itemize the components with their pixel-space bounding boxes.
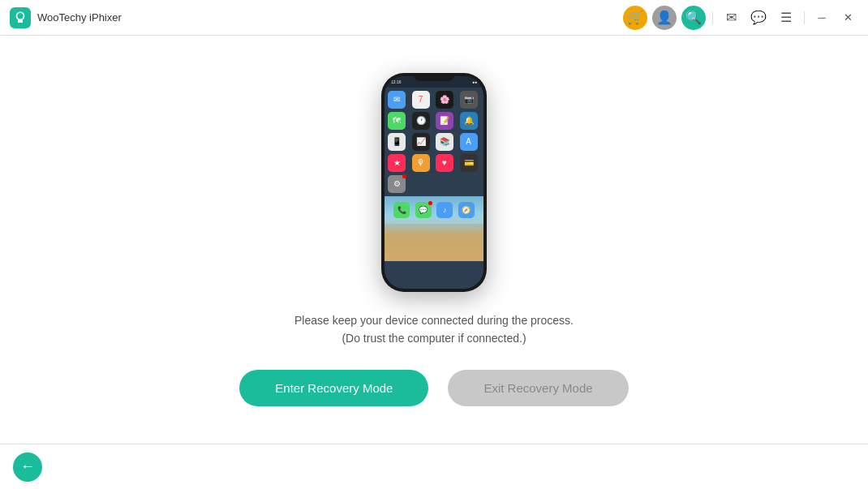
menu-icon[interactable]: ☰ [775,6,797,29]
dock-safari: 🧭 [458,202,475,218]
phone-dock: 📞 💬 ♪ 🧭 [385,196,483,224]
app-icon-books: 📚 [436,133,453,151]
dock-messages: 💬 [415,202,432,218]
phone-time: 12:16 [391,79,402,84]
title-bar-left: WooTechy iPhixer [10,7,623,28]
mail-icon[interactable]: ✉ [720,6,742,29]
instruction-text: Please keep your device connected during… [294,311,574,348]
app-icon-podcasts: 🎙 [412,154,430,172]
app-icon-clock: 🕐 [412,112,430,130]
phone-apps-grid: ✉ 7 🌸 📷 🗺 🕐 📝 🔔 📱 📈 📚 A ★ 🎙 ♥ 💳 [385,88,483,196]
app-icon-wallet: 💳 [460,154,478,172]
app-icon-phone: 📱 [388,133,406,151]
app-icon-appstore: A [460,133,478,151]
title-bar-right: 🛒 👤 🔍 ✉ 💬 ☰ ─ ✕ [623,6,858,30]
separator2 [804,11,805,24]
separator [712,11,713,24]
phone-mockup: 12:16 ●● ✉ 7 🌸 📷 🗺 🕐 📝 🔔 📱 📈 [381,73,487,292]
enter-recovery-mode-button[interactable]: Enter Recovery Mode [239,370,428,406]
instruction-line1: Please keep your device connected during… [294,311,574,329]
app-icon-notes: 📝 [436,112,453,130]
instruction-line2: (Do trust the computer if connected.) [294,329,574,347]
app-icon-reminders: 🔔 [460,112,478,130]
app-logo [10,7,31,28]
app-icon-stocks: 📈 [412,133,430,151]
upgrade-icon-button[interactable]: 🔍 [681,6,706,30]
logo-icon [13,11,28,25]
dock-music: ♪ [436,202,453,218]
back-button[interactable]: ← [13,453,42,482]
chat-icon[interactable]: 💬 [747,6,770,29]
app-icon-messages: ✉ [388,91,406,109]
minimize-button[interactable]: ─ [811,7,832,28]
app-icon-health: ♥ [436,154,453,172]
app-icon-camera: 📷 [460,91,478,109]
app-title: WooTechy iPhixer [37,11,122,24]
dock-phone: 📞 [393,202,410,218]
exit-recovery-mode-button[interactable]: Exit Recovery Mode [448,370,628,406]
phone-screen: 12:16 ●● ✉ 7 🌸 📷 🗺 🕐 📝 🔔 📱 📈 [385,76,483,289]
footer: ← [0,444,868,489]
phone-signal: ●● [472,79,477,84]
app-icon-photos: 🌸 [436,91,453,109]
button-row: Enter Recovery Mode Exit Recovery Mode [239,370,628,406]
app-icon-maps: 🗺 [388,112,406,130]
title-bar: WooTechy iPhixer 🛒 👤 🔍 ✉ 💬 ☰ ─ ✕ [0,0,868,36]
phone-mockup-container: 12:16 ●● ✉ 7 🌸 📷 🗺 🕐 📝 🔔 📱 📈 [381,73,487,292]
cart-icon-button[interactable]: 🛒 [623,6,647,30]
user-icon-button[interactable]: 👤 [652,6,677,30]
app-icon-calendar: 7 [412,91,430,109]
phone-notch [414,73,454,81]
app-icon-star: ★ [388,154,406,172]
app-icon-settings: ⚙ [388,175,406,193]
close-button[interactable]: ✕ [837,7,858,28]
main-content: 12:16 ●● ✉ 7 🌸 📷 🗺 🕐 📝 🔔 📱 📈 [0,36,868,444]
